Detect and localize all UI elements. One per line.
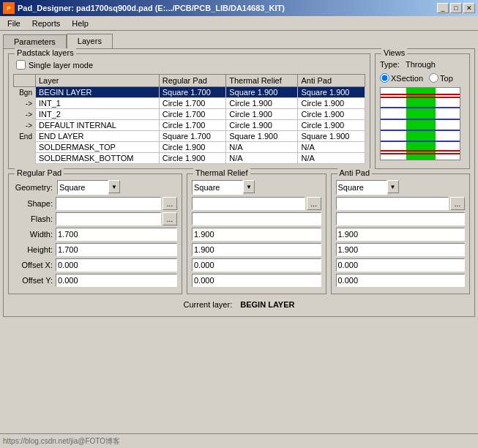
reg-shape-browse[interactable]: ... [163, 197, 177, 210]
reg-width-label: Width: [13, 230, 56, 239]
row-prefix [14, 142, 36, 153]
xsection-radio-label[interactable]: XSection [380, 73, 423, 83]
reg-width-input[interactable] [56, 228, 177, 241]
reg-height-row: Height: [13, 243, 177, 256]
reg-offsetx-input[interactable] [56, 258, 177, 272]
row-thermal: N/A [226, 153, 298, 164]
tab-parameters[interactable]: Parameters [3, 34, 67, 49]
table-row[interactable]: SOLDERMASK_TOP Circle 1.900 N/A N/A [14, 142, 365, 153]
ap-geometry-dropdown[interactable]: Square [336, 180, 387, 195]
title-buttons: _ □ ✕ [437, 3, 475, 13]
anti-pad-group: Anti Pad Square ▼ ... [331, 173, 471, 294]
reg-offsety-input[interactable] [56, 274, 177, 287]
ap-geometry-arrow[interactable]: ▼ [387, 180, 399, 193]
th-shape-row: ... [192, 197, 321, 210]
reg-flash-browse[interactable]: ... [163, 212, 177, 225]
current-layer-label: Current layer: [184, 300, 233, 309]
tab-bar: Parameters Layers [3, 34, 475, 48]
reg-flash-input[interactable] [56, 212, 161, 225]
menu-file[interactable]: File [1, 18, 26, 29]
th-width-input[interactable] [192, 228, 321, 241]
reg-width-row: Width: [13, 228, 177, 241]
th-geometry-value: Square [194, 183, 220, 192]
xs-line [381, 130, 460, 131]
ap-shape-input[interactable] [336, 197, 449, 210]
svg-text:P: P [7, 5, 11, 12]
top-radio-label[interactable]: Top [429, 73, 453, 83]
menu-help[interactable]: Help [66, 18, 94, 29]
row-anti: Circle 1.900 [298, 109, 365, 120]
row-layer: SOLDERMASK_TOP [36, 142, 160, 153]
view-radio-row: XSection Top [380, 73, 465, 83]
top-radio[interactable] [429, 73, 438, 83]
table-row[interactable]: End END LAYER Square 1.700 Square 1.900 … [14, 131, 365, 142]
row-prefix: -> [14, 98, 36, 109]
th-height-row [192, 243, 321, 256]
reg-geometry-arrow[interactable]: ▼ [108, 180, 120, 193]
ap-height-input[interactable] [336, 243, 466, 256]
th-flash-input[interactable] [192, 212, 321, 225]
reg-height-input[interactable] [56, 243, 177, 256]
row-layer: INT_2 [36, 109, 160, 120]
close-button[interactable]: ✕ [463, 3, 475, 13]
table-row[interactable]: -> DEFAULT INTERNAL Circle 1.700 Circle … [14, 120, 365, 131]
th-height-input[interactable] [192, 243, 321, 256]
xsection-view [380, 87, 460, 160]
tab-content: Padstack layers Single layer mode Layer … [3, 48, 475, 317]
th-shape-browse[interactable]: ... [307, 197, 321, 210]
table-row[interactable]: Bgn BEGIN LAYER Square 1.700 Square 1.90… [14, 87, 365, 98]
current-layer-value: BEGIN LAYER [240, 300, 294, 309]
bottom-section: Regular Pad Geometry: Square ▼ Shape: ..… [8, 173, 470, 294]
reg-flash-label: Flash: [13, 214, 56, 223]
row-anti: N/A [298, 142, 365, 153]
row-regular: Circle 1.900 [159, 142, 226, 153]
xs-line [381, 94, 460, 95]
table-row[interactable]: -> INT_2 Circle 1.700 Circle 1.900 Circl… [14, 109, 365, 120]
ap-width-row [336, 228, 466, 241]
menu-bar: File Reports Help [0, 16, 478, 31]
xs-line [381, 107, 460, 108]
table-row[interactable]: -> INT_1 Circle 1.700 Circle 1.900 Circl… [14, 98, 365, 109]
row-anti: Square 1.900 [298, 87, 365, 98]
th-offsetx-input[interactable] [192, 258, 321, 272]
reg-shape-input[interactable] [56, 197, 161, 210]
table-row[interactable]: SOLDERMASK_BOTTOM Circle 1.900 N/A N/A [14, 153, 365, 164]
reg-geometry-value: Square [59, 183, 85, 192]
minimize-button[interactable]: _ [437, 3, 449, 13]
app-icon: P [3, 2, 15, 14]
th-offsety-input[interactable] [192, 274, 321, 287]
th-width-row [192, 228, 321, 241]
reg-flash-row: Flash: ... [13, 212, 177, 225]
maximize-button[interactable]: □ [450, 3, 462, 13]
row-thermal: N/A [226, 142, 298, 153]
ap-width-input[interactable] [336, 228, 466, 241]
xsection-label: XSection [391, 74, 423, 83]
single-layer-checkbox[interactable] [16, 60, 26, 70]
reg-geometry-dropdown[interactable]: Square [57, 180, 108, 195]
xs-line [381, 119, 460, 120]
reg-geometry-label: Geometry: [13, 183, 56, 192]
ap-offsety-input[interactable] [336, 274, 466, 287]
th-geometry-row: Square ▼ [192, 180, 321, 195]
th-shape-input[interactable] [192, 197, 305, 210]
xsection-radio[interactable] [380, 73, 389, 83]
col-anti: Anti Pad [298, 75, 365, 87]
menu-reports[interactable]: Reports [26, 18, 67, 29]
tab-layers[interactable]: Layers [67, 34, 113, 48]
layers-table-scroll[interactable]: Layer Regular Pad Thermal Relief Anti Pa… [13, 74, 365, 164]
th-geometry-arrow[interactable]: ▼ [243, 180, 255, 193]
ap-offsetx-input[interactable] [336, 258, 466, 272]
views-group-title: Views [381, 48, 407, 57]
row-regular: Circle 1.700 [159, 109, 226, 120]
th-geometry-dropdown[interactable]: Square [192, 180, 243, 195]
row-thermal: Square 1.900 [226, 131, 298, 142]
ap-offsetx-row [336, 258, 466, 272]
row-anti: Circle 1.900 [298, 120, 365, 131]
ap-flash-input[interactable] [336, 212, 466, 225]
thermal-pad-title: Thermal Relief [193, 168, 250, 177]
col-layer: Layer [36, 75, 160, 87]
top-panels: Padstack layers Single layer mode Layer … [8, 53, 470, 169]
type-label: Type: [380, 60, 400, 69]
ap-shape-browse[interactable]: ... [450, 197, 465, 210]
anti-pad-title: Anti Pad [337, 168, 373, 177]
